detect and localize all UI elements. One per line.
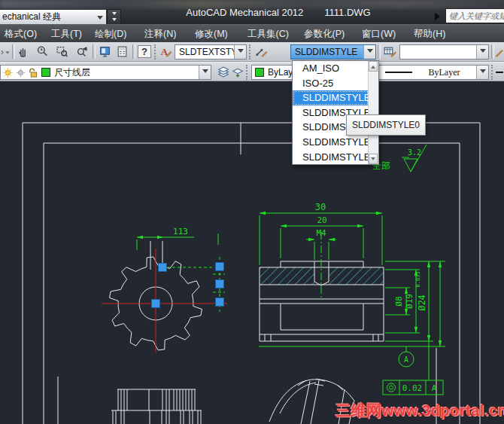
dropdown-scrollbar[interactable] [368, 61, 378, 164]
drawing-frame-border [23, 123, 480, 424]
zoom-previous-button[interactable] [73, 44, 90, 59]
zoom-realtime-icon [36, 45, 49, 58]
dim-30-label: 30 [315, 202, 326, 212]
help-button[interactable]: ? [136, 44, 153, 59]
partial-lineweight-combo[interactable] [495, 64, 504, 80]
dim-style-value: SLDDIMSTYLE [291, 47, 363, 57]
chevron-right-icon: › [1, 47, 11, 57]
layers-toolbar: 尺寸线层 ByLayer ByLayer [0, 62, 504, 81]
grip [216, 280, 224, 288]
text-style-icon: A [159, 45, 172, 58]
title-bar: echanical 经典 AutoCAD Mechanical 20121111… [0, 0, 504, 24]
table-style-combo[interactable] [399, 44, 489, 59]
table-style-manager-button[interactable] [381, 44, 398, 59]
layer-freeze-icon [15, 67, 26, 78]
dim-style-icon [254, 45, 268, 58]
zoom-realtime-button[interactable] [34, 44, 50, 59]
menu-tools[interactable]: 工具(T) [50, 28, 83, 41]
layer-unlock-icon [29, 67, 38, 78]
dim-m4-label: M4 [316, 228, 326, 238]
menu-bar: 格式(O) 工具(T) 绘制(D) 注释(N) 修改(M) 工具集(C) 参数化… [0, 24, 504, 42]
layer-color-chip [41, 68, 50, 77]
triangle-up-icon [371, 63, 375, 69]
menu-annotate[interactable]: 注释(N) [143, 28, 178, 41]
concentricity-icon [387, 383, 396, 392]
text-style-manager-button[interactable]: A [157, 44, 174, 59]
help-icon: ? [138, 45, 151, 58]
properties-palette-button[interactable] [96, 44, 113, 59]
play-icon [435, 13, 444, 20]
dim-style-tooltip: SLDDIMSTYLE0 [346, 114, 426, 136]
dim-d24-label: Ø24 [417, 294, 427, 311]
dim-d8-label: Ø8 [394, 296, 404, 306]
hand-icon [17, 45, 29, 58]
color-chip [255, 68, 264, 77]
document-name: 1111.DWG [324, 7, 370, 18]
autocad-window: 113 [0, 0, 504, 424]
text-style-combo[interactable]: SLDTEXTSTYLE [175, 44, 247, 59]
linetype-value: ByLayer [412, 67, 476, 78]
search-arrow-button[interactable] [435, 10, 444, 23]
calculator-icon [116, 45, 129, 58]
pan-button[interactable] [14, 44, 31, 59]
workspace-value: echanical 经典 [0, 11, 94, 23]
chevron-down-icon[interactable] [94, 12, 106, 23]
dim-d24-tol-label: 0.033 [415, 271, 421, 287]
dim-113-label: 113 [173, 227, 188, 236]
scroll-up-button[interactable] [369, 61, 378, 72]
grips[interactable] [152, 263, 224, 308]
menu-help[interactable]: 帮助(H) [412, 28, 447, 41]
partial-toolbar-button[interactable] [494, 44, 504, 59]
menu-parametric[interactable]: 参数化(P) [302, 28, 346, 41]
linetype-sample [385, 72, 412, 73]
dropdown-item[interactable]: SLDDIMSTYLE [293, 90, 369, 105]
surface-roughness-label: 3.2 [408, 148, 421, 157]
layer-combo[interactable]: 尺寸线层 [0, 65, 211, 80]
scroll-down-button[interactable] [369, 154, 378, 164]
datum-a-label: A [404, 355, 408, 364]
grip [159, 264, 167, 272]
layer-states-icon [231, 66, 244, 78]
properties-monitor-icon [99, 45, 111, 58]
layer-value: 尺寸线层 [50, 66, 199, 79]
dropdown-item[interactable]: SLDDIMSTYLE [293, 135, 369, 150]
lineweight-sample [496, 72, 503, 73]
workspace-combo[interactable]: echanical 经典 [0, 9, 107, 25]
calculator-button[interactable] [114, 44, 130, 59]
dim-style-dropdown-list: AM_ISO ISO-25 SLDDIMSTYLE SLDDIMSTYLE SL… [292, 60, 379, 165]
bottom-left-view [111, 389, 202, 424]
dropdown-item[interactable]: AM_ISO [293, 61, 369, 76]
hatch-left [260, 267, 314, 285]
styles-toolbar: › [0, 42, 504, 62]
app-title: AutoCAD Mechanical 2012 [186, 7, 303, 18]
chevron-down-icon[interactable] [199, 66, 211, 79]
chevron-down-icon[interactable] [476, 66, 488, 79]
dim-style-manager-button[interactable] [253, 44, 269, 59]
chevron-down-icon[interactable] [363, 45, 375, 59]
zoom-window-button[interactable] [53, 44, 70, 59]
chevron-down-icon[interactable] [234, 45, 246, 59]
dim-style-combo[interactable]: SLDDIMSTYLE [290, 44, 376, 59]
toolbar-flyout-button[interactable]: › [0, 44, 11, 59]
fcf-tolerance-label: 0.02 [402, 383, 423, 393]
chevron-down-icon[interactable] [476, 45, 488, 59]
linetype-combo[interactable]: ByLayer [378, 65, 489, 80]
menu-modify[interactable]: 修改(M) [193, 28, 229, 41]
dropdown-item[interactable]: ISO-25 [293, 76, 369, 91]
zoom-previous-icon [75, 45, 88, 58]
fcf-datum-label: A [432, 383, 437, 393]
triangle-down-icon [371, 157, 375, 163]
menu-draw[interactable]: 绘制(D) [93, 28, 128, 41]
menu-format[interactable]: 格式(O) [3, 28, 38, 41]
menu-toolsets[interactable]: 工具集(C) [246, 28, 290, 41]
layer-on-icon [2, 67, 14, 78]
dropdown-item[interactable]: SLDDIMSTYLE [293, 150, 369, 165]
layer-states-button[interactable] [229, 64, 246, 80]
dim-20-label: 20 [317, 215, 326, 225]
gear-view: 113 [102, 227, 227, 352]
search-input[interactable] [445, 8, 504, 23]
grip [216, 298, 224, 307]
menu-window[interactable]: 窗口(W) [360, 28, 397, 41]
watermark: 三维网www.3dportal.cn [335, 401, 504, 421]
zoom-window-icon [56, 45, 68, 58]
